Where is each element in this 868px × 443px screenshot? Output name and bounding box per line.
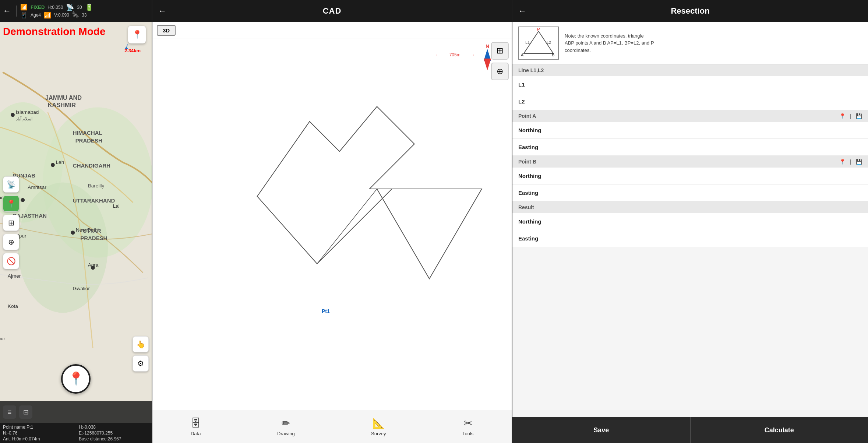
svg-text:PRADESH: PRADESH — [75, 137, 102, 144]
cad-fullscreen-button[interactable]: ⊞ — [491, 42, 509, 60]
base-distance: Base distance:26.967 — [79, 436, 149, 442]
footer-data[interactable]: 🗄 Data — [191, 417, 201, 436]
cad-panel: ← CAD 3D N ←—— 705m ——→ ⊞ ⊕ — [152, 0, 512, 443]
point-b-northing-label: Northing — [518, 173, 633, 179]
footer-drawing[interactable]: ✏ Drawing — [277, 417, 295, 436]
minimize-button[interactable]: ⊟ — [19, 405, 32, 419]
data-icon: 🗄 — [191, 417, 201, 429]
locate-button[interactable]: 📍 — [128, 26, 146, 43]
cad-point-label: Pt1 — [322, 308, 330, 314]
cad-back-button[interactable]: ← — [158, 6, 166, 16]
l1-row: L1 — [512, 76, 868, 93]
svg-text:Amritsar: Amritsar — [28, 184, 46, 190]
svg-text:Lal: Lal — [113, 203, 120, 209]
svg-text:Kota: Kota — [8, 303, 18, 309]
gps-center-button[interactable]: ⊕ — [3, 234, 19, 250]
resection-footer: Save Calculate — [512, 417, 868, 443]
svg-text:Leh: Leh — [56, 159, 64, 165]
result-section-header: Result — [512, 201, 868, 213]
result-northing-row: Northing — [512, 213, 868, 230]
svg-text:HIMACHAL: HIMACHAL — [73, 130, 102, 136]
v-value: V:0.090 — [54, 13, 69, 18]
point-b-label: Point B — [518, 159, 536, 165]
point-b-northing-row: Northing — [512, 168, 868, 184]
point-a-label: Point A — [518, 113, 536, 119]
crosshair-button[interactable]: ⊞ — [3, 215, 19, 231]
device-icon: 📱 — [20, 12, 28, 19]
point-b-easting-row: Easting — [512, 184, 868, 201]
result-label: Result — [518, 204, 534, 210]
point-a-section-header: Point A 📍 | 💾 — [512, 110, 868, 122]
resection-back-button[interactable]: ← — [518, 6, 526, 16]
spacer — [512, 247, 868, 417]
settings-button[interactable]: ⚙ — [133, 355, 149, 372]
header-top-row: 📶 FIXED H:0.050 📡 30 🔋 — [20, 3, 93, 11]
point-a-northing-input[interactable] — [633, 127, 862, 133]
point-a-easting-input[interactable] — [633, 144, 862, 150]
l1-input[interactable] — [633, 81, 862, 88]
demo-mode-text: Demonstration Mode — [3, 26, 105, 38]
save-icon-a[interactable]: 💾 — [856, 113, 862, 119]
point-a-icons: 📍 | 💾 — [839, 113, 862, 119]
triangle-diagram: P A B L1 L2 — [518, 27, 559, 60]
calculate-button[interactable]: Calculate — [691, 417, 868, 443]
header-divider — [16, 6, 17, 17]
cad-gps-button[interactable]: ⊕ — [491, 63, 509, 80]
north-compass: N — [484, 43, 491, 70]
drawing-label: Drawing — [277, 431, 295, 436]
footer-tools[interactable]: ✂ Tools — [462, 417, 473, 436]
layers-stack-button[interactable]: ≡ — [3, 405, 16, 419]
battery-icon: 🔋 — [85, 3, 93, 11]
3d-button[interactable]: 3D — [157, 25, 176, 36]
cad-distance-label: ←—— 705m ——→ — [435, 52, 475, 57]
location-icon-a[interactable]: 📍 — [839, 113, 846, 119]
gps-icon-2: 🛰 — [72, 11, 79, 19]
svg-text:KASHMIR: KASHMIR — [48, 102, 76, 108]
no-icon-button[interactable]: 🚫 — [3, 253, 19, 269]
cad-canvas-svg — [152, 39, 512, 410]
divider-a: | — [850, 113, 851, 119]
point-a-northing-label: Northing — [518, 127, 633, 133]
svg-text:Gwalior: Gwalior — [73, 286, 90, 291]
point-name: Point name:Pt1 — [3, 425, 73, 430]
device-name: Age4 — [31, 13, 41, 18]
antenna-button[interactable]: 📡 — [3, 176, 19, 193]
svg-text:UTTARAKHAND: UTTARAKHAND — [73, 197, 115, 204]
point-b-easting-input[interactable] — [633, 190, 862, 196]
point-b-northing-input[interactable] — [633, 173, 862, 179]
l2-input[interactable] — [633, 98, 862, 105]
cad-right-buttons: ⊞ ⊕ — [491, 42, 509, 80]
svg-point-7 — [71, 231, 75, 235]
svg-text:Ajmer: Ajmer — [8, 273, 21, 279]
result-northing-label: Northing — [518, 218, 633, 225]
map-back-button[interactable]: ← — [3, 6, 11, 16]
cad-main[interactable]: N ←—— 705m ——→ ⊞ ⊕ Pt1 — [152, 39, 512, 410]
svg-text:B: B — [552, 53, 554, 57]
touch-button[interactable]: 👆 — [133, 336, 149, 352]
map-area[interactable]: Islamabad اسلام آباد Leh Lahore Amritsar… — [0, 22, 152, 423]
svg-line-35 — [317, 189, 377, 264]
point-a-easting-row: Easting — [512, 139, 868, 156]
wifi-icon: 📶 — [20, 4, 28, 11]
center-pin-button[interactable]: 📍 — [61, 364, 91, 394]
result-easting-input — [633, 235, 862, 242]
tools-icon: ✂ — [464, 417, 472, 429]
divider-b: | — [850, 159, 851, 165]
cad-toolbar: 3D — [152, 22, 512, 39]
line-section-label: Line L1,L2 — [518, 67, 544, 73]
distance-label: 2.34km — [124, 48, 141, 53]
n-coord: N:-0.76 — [3, 430, 73, 436]
footer-survey[interactable]: 📐 Survey — [371, 417, 386, 436]
svg-point-6 — [21, 198, 25, 202]
save-icon-b[interactable]: 💾 — [856, 159, 862, 165]
sat-count-1: 30 — [77, 5, 82, 10]
layers-button[interactable]: 📍 — [3, 196, 19, 212]
svg-text:Bareilly: Bareilly — [88, 183, 105, 189]
svg-text:CHANDIGARH: CHANDIGARH — [73, 162, 110, 169]
survey-icon: 📐 — [372, 417, 385, 429]
save-button[interactable]: Save — [512, 417, 691, 443]
location-icon-b[interactable]: 📍 — [839, 159, 846, 165]
data-label: Data — [191, 431, 201, 436]
distance-value: 2.34km — [124, 48, 141, 53]
l1-label: L1 — [518, 81, 633, 88]
